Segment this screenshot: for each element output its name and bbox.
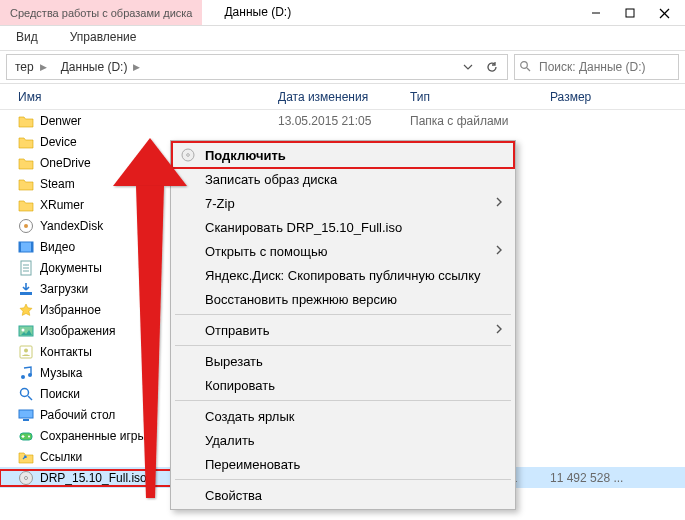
disc-icon — [179, 146, 197, 164]
breadcrumb-item[interactable]: тер ▶ — [7, 55, 53, 79]
file-name-cell[interactable]: Denwer — [0, 113, 270, 129]
context-menu-item[interactable]: Удалить — [173, 428, 513, 452]
context-menu-separator — [175, 479, 511, 480]
context-menu-label: Сканировать DRP_15.10_Full.iso — [205, 220, 503, 235]
context-menu-item[interactable]: Создать ярлык — [173, 404, 513, 428]
pictures-icon — [18, 323, 34, 339]
file-name-label: Steam — [40, 177, 75, 191]
contacts-icon — [18, 344, 34, 360]
context-menu-item[interactable]: Сканировать DRP_15.10_Full.iso — [173, 215, 513, 239]
file-name-label: Загрузки — [40, 282, 88, 296]
context-menu-label: Переименовать — [205, 457, 503, 472]
context-menu-item[interactable]: Свойства — [173, 483, 513, 507]
address-dropdown-icon[interactable] — [457, 55, 479, 79]
refresh-icon[interactable] — [481, 55, 503, 79]
svg-point-17 — [22, 328, 25, 331]
blank-icon — [179, 352, 197, 370]
ribbon-contextual-tab[interactable]: Средства работы с образами диска — [0, 0, 202, 25]
window-controls — [579, 0, 685, 24]
context-menu-separator — [175, 400, 511, 401]
favorites-icon — [18, 302, 34, 318]
search-box[interactable] — [514, 54, 679, 80]
file-name-label: XRumer — [40, 198, 84, 212]
folder-icon — [18, 197, 34, 213]
col-date[interactable]: Дата изменения — [270, 90, 402, 104]
svg-point-20 — [21, 375, 25, 379]
context-menu-item[interactable]: Яндекс.Диск: Скопировать публичную ссылк… — [173, 263, 513, 287]
chevron-right-icon — [495, 196, 503, 210]
context-menu-item[interactable]: Открыть с помощью — [173, 239, 513, 263]
context-menu-label: Копировать — [205, 378, 503, 393]
blank-icon — [179, 242, 197, 260]
file-name-label: Сохраненные игры — [40, 429, 146, 443]
col-name[interactable]: Имя — [0, 90, 270, 104]
close-button[interactable] — [647, 2, 681, 24]
yadisk-icon — [18, 218, 34, 234]
context-menu-label: Подключить — [205, 148, 503, 163]
context-menu-item[interactable]: Переименовать — [173, 452, 513, 476]
minimize-button[interactable] — [579, 2, 613, 24]
blank-icon — [179, 170, 197, 188]
context-menu-item[interactable]: Подключить — [173, 143, 513, 167]
file-name-label: Device — [40, 135, 77, 149]
menu-manage[interactable]: Управление — [54, 26, 153, 50]
file-date: 13.05.2015 21:05 — [270, 114, 402, 128]
context-menu-label: Вырезать — [205, 354, 503, 369]
svg-line-5 — [527, 68, 530, 71]
svg-point-7 — [24, 224, 28, 228]
col-type[interactable]: Тип — [402, 90, 542, 104]
breadcrumb[interactable]: тер ▶ Данные (D:) ▶ — [6, 54, 508, 80]
chevron-right-icon: ▶ — [131, 62, 142, 72]
file-name-label: Контакты — [40, 345, 92, 359]
context-menu-item[interactable]: Восстановить прежнюю версию — [173, 287, 513, 311]
blank-icon — [179, 321, 197, 339]
svg-point-19 — [24, 348, 28, 352]
context-menu-label: Создать ярлык — [205, 409, 503, 424]
breadcrumb-item[interactable]: Данные (D:) ▶ — [53, 55, 147, 79]
search-input[interactable] — [537, 59, 674, 75]
col-size[interactable]: Размер — [542, 90, 632, 104]
menu-view[interactable]: Вид — [0, 26, 54, 50]
svg-rect-8 — [19, 242, 33, 252]
svg-point-27 — [28, 435, 30, 437]
file-name-label: YandexDisk — [40, 219, 103, 233]
context-menu-item[interactable]: Записать образ диска — [173, 167, 513, 191]
context-menu-label: Записать образ диска — [205, 172, 503, 187]
context-menu-item[interactable]: Вырезать — [173, 349, 513, 373]
saved-games-icon — [18, 428, 34, 444]
address-bar-row: тер ▶ Данные (D:) ▶ — [0, 50, 685, 84]
folder-icon — [18, 176, 34, 192]
chevron-right-icon — [495, 244, 503, 258]
breadcrumb-label: Данные (D:) — [61, 60, 128, 74]
blank-icon — [179, 407, 197, 425]
blank-icon — [179, 266, 197, 284]
file-name-label: Музыка — [40, 366, 82, 380]
context-menu-item[interactable]: 7-Zip — [173, 191, 513, 215]
svg-point-29 — [25, 476, 28, 479]
file-row[interactable]: Denwer13.05.2015 21:05Папка с файлами — [0, 110, 685, 131]
maximize-button[interactable] — [613, 2, 647, 24]
iso-icon — [18, 470, 34, 486]
context-menu-item[interactable]: Копировать — [173, 373, 513, 397]
context-menu-label: Удалить — [205, 433, 503, 448]
context-menu: ПодключитьЗаписать образ диска7-ZipСкани… — [170, 140, 516, 510]
window-title: Данные (D:) — [202, 0, 579, 19]
column-headers: Имя Дата изменения Тип Размер — [0, 84, 685, 110]
file-name-label: Видео — [40, 240, 75, 254]
desktop-icon — [18, 407, 34, 423]
blank-icon — [179, 486, 197, 504]
blank-icon — [179, 194, 197, 212]
context-menu-label: Открыть с помощью — [205, 244, 487, 259]
svg-rect-1 — [626, 9, 634, 17]
file-name-label: Поиски — [40, 387, 80, 401]
file-name-label: Рабочий стол — [40, 408, 115, 422]
svg-rect-10 — [31, 242, 33, 252]
file-size: 11 492 528 ... — [542, 471, 632, 485]
blank-icon — [179, 431, 197, 449]
context-menu-item[interactable]: Отправить — [173, 318, 513, 342]
chevron-right-icon — [495, 323, 503, 337]
context-menu-separator — [175, 345, 511, 346]
context-menu-label: Восстановить прежнюю версию — [205, 292, 503, 307]
svg-point-31 — [187, 154, 190, 157]
svg-rect-24 — [19, 410, 33, 418]
